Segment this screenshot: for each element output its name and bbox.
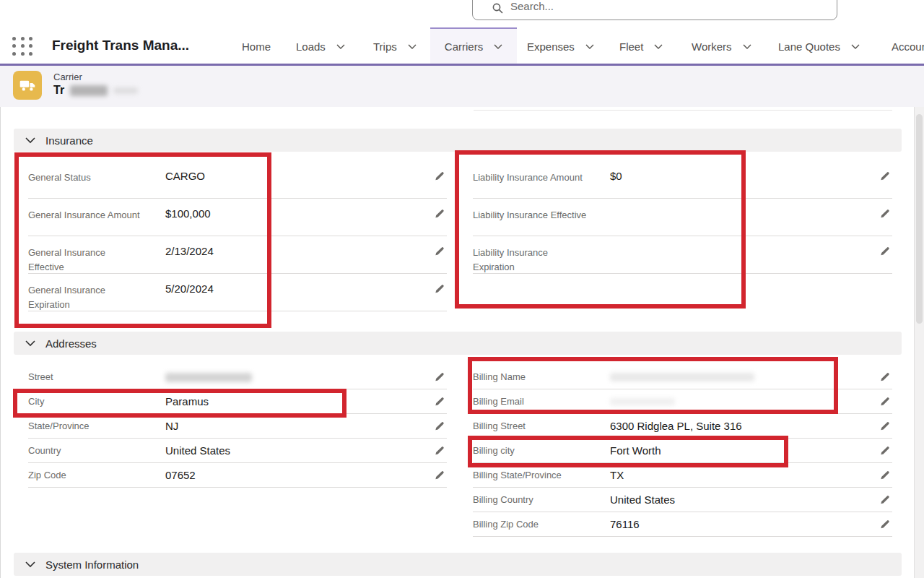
tab-trips[interactable]: Trips — [373, 29, 417, 64]
redacted-value — [610, 373, 754, 381]
tab-label: Carriers — [445, 40, 483, 53]
field-row-billing-state-province: Billing State/Province TX — [473, 463, 892, 488]
edit-pencil-icon[interactable] — [879, 372, 889, 385]
insurance-right-column: Liability Insurance Amount $0 Liability … — [473, 161, 892, 274]
edit-pencil-icon[interactable] — [879, 397, 889, 410]
section-title: Insurance — [45, 134, 93, 147]
field-value: 76116 — [610, 512, 640, 536]
edit-pencil-icon[interactable] — [879, 470, 889, 483]
edit-pencil-icon[interactable] — [434, 209, 444, 222]
tab-expenses[interactable]: Expenses — [527, 29, 594, 64]
field-value: 2/13/2024 — [165, 245, 214, 257]
field-row-zip-code: Zip Code 07652 — [28, 463, 447, 488]
app-window: Search... Freight Trans Mana... Home Loa… — [0, 0, 924, 578]
field-value: 6300 Ridglea PL, Suite 316 — [610, 414, 742, 438]
edit-pencil-icon[interactable] — [879, 519, 889, 532]
edit-pencil-icon[interactable] — [434, 284, 444, 297]
field-row-state-province: State/Province NJ — [28, 414, 447, 439]
field-label: Billing city — [473, 439, 588, 462]
insurance-left-column: General Status CARGO General Insurance A… — [28, 161, 447, 311]
section-title: Addresses — [45, 337, 97, 350]
field-value: CARGO — [165, 170, 205, 182]
record-name-visible: Tr — [53, 84, 64, 97]
field-label: Billing Street — [473, 414, 588, 438]
edit-pencil-icon[interactable] — [879, 495, 889, 508]
tab-label: Loads — [296, 40, 326, 53]
redacted-record-name — [70, 85, 108, 96]
field-label: Billing Country — [473, 488, 588, 512]
field-value: Fort Worth — [610, 439, 661, 462]
field-label: General Insurance Amount — [28, 208, 144, 223]
app-name: Freight Trans Mana... — [52, 38, 189, 53]
tab-home[interactable]: Home — [242, 29, 271, 64]
chevron-down-icon — [654, 44, 663, 49]
section-header-addresses[interactable]: Addresses — [14, 332, 902, 355]
field-label: Liability Insurance Expiration — [473, 246, 588, 275]
field-value: TX — [610, 463, 624, 487]
field-row-street: Street — [28, 365, 447, 389]
tab-label: Expenses — [527, 40, 575, 53]
field-value: Paramus — [165, 389, 209, 413]
field-row-billing-street: Billing Street 6300 Ridglea PL, Suite 31… — [473, 414, 892, 439]
field-row-liability-insurance-expiration: Liability Insurance Expiration — [473, 236, 892, 274]
truck-icon — [18, 76, 37, 95]
row-divider — [474, 110, 892, 111]
edit-pencil-icon[interactable] — [434, 446, 444, 459]
field-row-billing-email: Billing Email — [473, 389, 892, 414]
field-label: State/Province — [28, 414, 144, 438]
chevron-down-icon — [494, 44, 502, 49]
chevron-down-icon — [336, 44, 345, 49]
scrollbar-thumb[interactable] — [916, 114, 923, 324]
chevron-down-icon — [585, 44, 594, 49]
chevron-down-icon — [25, 561, 35, 568]
tab-carriers[interactable]: Carriers — [430, 29, 517, 64]
redacted-record-name — [113, 87, 138, 94]
field-row-billing-city: Billing city Fort Worth — [473, 439, 892, 463]
field-label: Liability Insurance Effective — [473, 208, 588, 223]
edit-pencil-icon[interactable] — [434, 470, 444, 483]
tab-workers[interactable]: Workers — [692, 29, 751, 64]
field-row-liability-insurance-amount: Liability Insurance Amount $0 — [473, 161, 892, 199]
field-value: $100,000 — [165, 207, 211, 220]
edit-pencil-icon[interactable] — [879, 421, 889, 434]
chevron-down-icon — [25, 340, 35, 347]
edit-pencil-icon[interactable] — [879, 446, 889, 459]
edit-pencil-icon[interactable] — [879, 209, 889, 222]
vertical-scrollbar[interactable] — [914, 107, 924, 578]
field-row-billing-country: Billing Country United States — [473, 488, 892, 512]
tab-fleet[interactable]: Fleet — [619, 29, 663, 64]
field-label: General Insurance Effective — [28, 246, 144, 275]
field-row-country: Country United States — [28, 439, 447, 463]
redacted-value — [165, 373, 252, 382]
field-row-city: City Paramus — [28, 389, 447, 414]
chevron-down-icon — [25, 137, 35, 144]
search-placeholder: Search... — [510, 0, 554, 12]
edit-pencil-icon[interactable] — [434, 421, 444, 434]
edit-pencil-icon[interactable] — [434, 171, 444, 184]
app-launcher-icon[interactable] — [12, 37, 34, 57]
edit-pencil-icon[interactable] — [879, 171, 889, 184]
field-label: General Status — [28, 171, 144, 185]
field-row-general-status: General Status CARGO — [28, 161, 447, 199]
record-name: Tr — [53, 84, 138, 97]
tab-loads[interactable]: Loads — [296, 29, 345, 64]
section-header-insurance[interactable]: Insurance — [14, 129, 902, 152]
field-label: Billing Email — [473, 389, 588, 413]
tab-label: Accoun — [892, 40, 924, 53]
field-label: Country — [28, 439, 144, 462]
record-detail-panel: Insurance General Status CARGO General I… — [0, 107, 924, 578]
field-value: United States — [165, 439, 230, 462]
field-row-billing-name: Billing Name — [473, 365, 892, 389]
addresses-right-column: Billing Name Billing Email Billing Stree… — [473, 365, 892, 537]
edit-pencil-icon[interactable] — [434, 372, 444, 385]
global-search[interactable]: Search... — [472, 0, 837, 20]
field-row-general-insurance-effective: General Insurance Effective 2/13/2024 — [28, 236, 447, 274]
field-label: Billing Zip Code — [473, 512, 588, 536]
edit-pencil-icon[interactable] — [434, 397, 444, 410]
edit-pencil-icon[interactable] — [434, 246, 444, 259]
section-header-system-information[interactable]: System Information — [14, 553, 902, 576]
edit-pencil-icon[interactable] — [879, 246, 889, 259]
tab-accounts[interactable]: Accoun — [892, 29, 924, 64]
field-label: City — [28, 389, 144, 413]
tab-lane-quotes[interactable]: Lane Quotes — [778, 29, 860, 64]
